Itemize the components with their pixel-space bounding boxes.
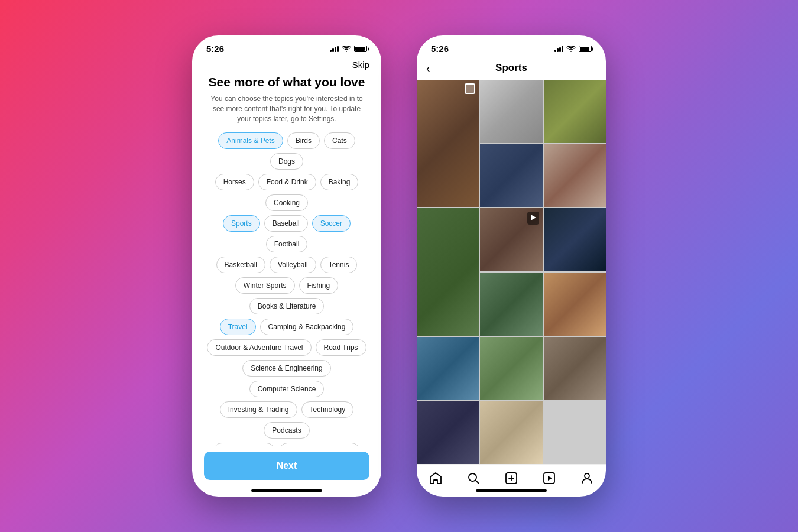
tag-science-engineering[interactable]: Science & Engineering [242,360,330,377]
status-time-2: 5:26 [431,44,449,54]
grid-cell-14 [417,401,479,464]
tag-horses[interactable]: Horses [215,174,254,190]
grid-cell-10 [544,273,606,336]
tag-music-audio[interactable]: Music & Audio [213,443,275,446]
grid-cell-4 [480,144,542,207]
home-indicator-2 [476,489,547,492]
tag-baseball[interactable]: Baseball [264,215,308,232]
page-title: See more of what you love [204,74,369,89]
status-icons-1 [330,46,367,53]
sports-grid [417,80,606,464]
grid-cell-2 [480,80,542,143]
status-time-1: 5:26 [206,44,224,54]
nav-search[interactable] [466,471,481,486]
tags-row-6: Travel Camping & Backpacking [204,319,369,335]
grid-cell-11 [417,337,479,400]
grid-cell-12 [480,337,542,400]
page-subtitle: You can choose the topics you're interes… [204,94,369,124]
tag-books-literature[interactable]: Books & Literature [249,298,325,314]
grid-cell-15 [480,401,542,464]
sports-header: ‹ Sports [417,57,606,80]
grid-cell-3 [544,80,606,143]
tag-baking[interactable]: Baking [320,174,359,190]
nav-reels[interactable] [541,471,557,486]
signal-icon [330,46,339,52]
tag-podcasts[interactable]: Podcasts [264,422,309,439]
skip-button[interactable]: Skip [352,60,369,70]
tags-row-4: Basketball Volleyball Tennis [204,257,369,273]
tag-tennis[interactable]: Tennis [320,257,358,273]
tag-dogs[interactable]: Dogs [270,153,303,170]
tag-road-trips[interactable]: Road Trips [316,339,366,356]
tag-drums-percussion[interactable]: Drums & Percussion [279,443,360,446]
grid-cell-7 [480,208,542,271]
tag-food-drink[interactable]: Food & Drink [258,174,316,190]
phone1-content: Skip See more of what you love You can c… [192,57,381,489]
tags-row-8: Science & Engineering Computer Science [204,360,369,397]
wifi-icon [342,46,351,53]
tag-volleyball[interactable]: Volleyball [270,257,316,273]
sports-title: Sports [495,62,527,74]
tags-row-2: Horses Food & Drink Baking Cooking [204,174,369,211]
tag-birds[interactable]: Birds [287,132,320,149]
tags-row-5: Winter Sports Fishing Books & Literature [204,277,369,314]
tag-cats[interactable]: Cats [324,132,355,149]
tag-football[interactable]: Football [266,236,308,252]
nav-create[interactable] [504,471,519,486]
tags-container: Animals & Pets Birds Cats Dogs Horses Fo… [204,132,369,446]
tag-winter-sports[interactable]: Winter Sports [235,277,295,294]
tags-row-3: Sports Baseball Soccer Football [204,215,369,252]
tag-fishing[interactable]: Fishing [299,277,339,294]
phone-sports: 5:26 ‹ Sports [417,35,606,497]
tags-row-9: Investing & Trading Technology Podcasts [204,401,369,439]
nav-home[interactable] [428,471,443,486]
grid-cell-5 [544,144,606,207]
battery-icon-2 [579,46,592,52]
back-button[interactable]: ‹ [426,61,430,75]
grid-cell-8 [544,208,606,271]
tag-cooking[interactable]: Cooking [265,194,308,211]
tag-travel[interactable]: Travel [220,319,256,335]
status-bar-1: 5:26 [192,35,381,57]
skip-row: Skip [204,57,369,74]
nav-profile[interactable] [579,471,595,486]
tags-row-1: Animals & Pets Birds Cats Dogs [204,132,369,170]
tags-row-7: Outdoor & Adventure Travel Road Trips [204,339,369,356]
tag-soccer[interactable]: Soccer [312,215,351,232]
status-icons-2 [554,46,592,53]
tag-basketball[interactable]: Basketball [216,257,265,273]
home-indicator-1 [251,489,322,492]
wifi-icon-2 [566,46,576,53]
tag-animals-pets[interactable]: Animals & Pets [218,132,283,149]
signal-icon-2 [554,46,563,52]
select-checkbox-1[interactable] [465,83,475,94]
phone-topics: 5:26 Skip See more of what you love You … [192,35,381,497]
tag-computer-science[interactable]: Computer Science [249,381,325,397]
status-bar-2: 5:26 [417,35,606,57]
svg-point-8 [585,473,589,478]
next-button[interactable]: Next [204,452,369,480]
grid-cell-13 [544,337,606,400]
grid-cell-1 [417,80,479,207]
grid-cell-6 [417,208,479,335]
tags-row-10: Music & Audio Drums & Percussion Guitar [204,443,369,446]
tag-investing-trading[interactable]: Investing & Trading [220,401,297,418]
play-overlay-7 [527,212,539,225]
bottom-nav [417,464,606,489]
svg-marker-7 [548,476,552,481]
battery-icon [354,46,367,52]
tag-outdoor-adventure[interactable]: Outdoor & Adventure Travel [207,339,311,356]
grid-cell-9 [480,273,542,336]
svg-marker-0 [531,215,536,220]
tag-technology[interactable]: Technology [301,401,354,418]
svg-line-2 [476,481,479,484]
tag-camping[interactable]: Camping & Backpacking [260,319,354,335]
tag-sports[interactable]: Sports [223,215,260,232]
